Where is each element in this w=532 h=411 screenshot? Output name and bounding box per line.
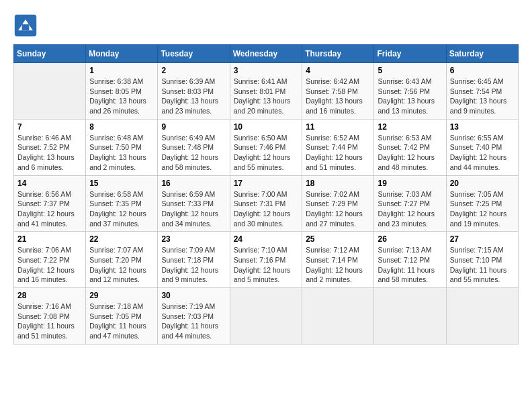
day-number: 13 — [450, 122, 515, 132]
day-number: 16 — [161, 179, 226, 188]
day-info: Sunrise: 6:46 AM Sunset: 7:52 PM Dayligh… — [17, 133, 82, 173]
day-info: Sunrise: 6:52 AM Sunset: 7:44 PM Dayligh… — [306, 133, 370, 173]
day-header-tuesday: Tuesday — [158, 45, 230, 63]
day-info: Sunrise: 6:48 AM Sunset: 7:50 PM Dayligh… — [89, 133, 154, 173]
day-info: Sunrise: 7:16 AM Sunset: 7:08 PM Dayligh… — [17, 302, 82, 341]
day-header-friday: Friday — [374, 45, 446, 63]
day-info: Sunrise: 6:50 AM Sunset: 7:46 PM Dayligh… — [234, 133, 299, 173]
day-info: Sunrise: 6:56 AM Sunset: 7:37 PM Dayligh… — [17, 189, 82, 229]
week-row-1: 1Sunrise: 6:38 AM Sunset: 8:05 PM Daylig… — [14, 63, 519, 120]
calendar-cell — [14, 63, 86, 120]
day-info: Sunrise: 7:13 AM Sunset: 7:12 PM Dayligh… — [378, 245, 442, 285]
day-info: Sunrise: 6:53 AM Sunset: 7:42 PM Dayligh… — [378, 133, 442, 173]
calendar-cell: 16Sunrise: 6:59 AM Sunset: 7:33 PM Dayli… — [158, 175, 230, 232]
day-info: Sunrise: 6:45 AM Sunset: 7:54 PM Dayligh… — [450, 77, 515, 116]
day-info: Sunrise: 7:00 AM Sunset: 7:31 PM Dayligh… — [234, 189, 299, 229]
day-header-saturday: Saturday — [446, 45, 518, 63]
calendar-cell: 23Sunrise: 7:09 AM Sunset: 7:18 PM Dayli… — [158, 232, 230, 288]
day-number: 8 — [89, 122, 154, 132]
calendar-cell: 2Sunrise: 6:39 AM Sunset: 8:03 PM Daylig… — [158, 63, 230, 120]
calendar-cell: 29Sunrise: 7:18 AM Sunset: 7:05 PM Dayli… — [86, 288, 158, 345]
week-row-4: 21Sunrise: 7:06 AM Sunset: 7:22 PM Dayli… — [14, 232, 519, 288]
calendar-cell: 22Sunrise: 7:07 AM Sunset: 7:20 PM Dayli… — [86, 232, 158, 288]
day-info: Sunrise: 6:42 AM Sunset: 7:58 PM Dayligh… — [306, 77, 370, 116]
day-number: 27 — [450, 234, 515, 244]
calendar-cell: 21Sunrise: 7:06 AM Sunset: 7:22 PM Dayli… — [14, 232, 86, 288]
day-info: Sunrise: 6:59 AM Sunset: 7:33 PM Dayligh… — [161, 189, 226, 229]
calendar-cell: 18Sunrise: 7:02 AM Sunset: 7:29 PM Dayli… — [302, 175, 374, 232]
calendar-cell: 1Sunrise: 6:38 AM Sunset: 8:05 PM Daylig… — [86, 63, 158, 120]
day-number: 29 — [89, 291, 154, 300]
day-info: Sunrise: 7:10 AM Sunset: 7:16 PM Dayligh… — [234, 245, 299, 285]
day-number: 9 — [161, 122, 226, 132]
day-number: 12 — [378, 122, 442, 132]
day-info: Sunrise: 7:19 AM Sunset: 7:03 PM Dayligh… — [161, 302, 226, 341]
day-number: 7 — [17, 122, 82, 132]
day-header-thursday: Thursday — [302, 45, 374, 63]
day-number: 21 — [17, 234, 82, 244]
day-number: 30 — [161, 291, 226, 300]
day-info: Sunrise: 6:43 AM Sunset: 7:56 PM Dayligh… — [378, 77, 442, 116]
day-number: 20 — [450, 179, 515, 188]
calendar-cell: 12Sunrise: 6:53 AM Sunset: 7:42 PM Dayli… — [374, 119, 446, 175]
calendar-cell: 8Sunrise: 6:48 AM Sunset: 7:50 PM Daylig… — [86, 119, 158, 175]
day-number: 10 — [234, 122, 299, 132]
calendar-cell: 11Sunrise: 6:52 AM Sunset: 7:44 PM Dayli… — [302, 119, 374, 175]
calendar-cell: 27Sunrise: 7:15 AM Sunset: 7:10 PM Dayli… — [446, 232, 518, 288]
calendar-header-row: SundayMondayTuesdayWednesdayThursdayFrid… — [14, 45, 519, 63]
day-number: 15 — [89, 179, 154, 188]
day-number: 28 — [17, 291, 82, 300]
day-info: Sunrise: 7:03 AM Sunset: 7:27 PM Dayligh… — [378, 189, 442, 229]
day-info: Sunrise: 7:06 AM Sunset: 7:22 PM Dayligh… — [17, 245, 82, 285]
day-info: Sunrise: 7:09 AM Sunset: 7:18 PM Dayligh… — [161, 245, 226, 285]
calendar-cell: 17Sunrise: 7:00 AM Sunset: 7:31 PM Dayli… — [230, 175, 302, 232]
day-number: 18 — [306, 179, 370, 188]
calendar-cell: 14Sunrise: 6:56 AM Sunset: 7:37 PM Dayli… — [14, 175, 86, 232]
day-header-wednesday: Wednesday — [230, 45, 302, 63]
day-number: 19 — [378, 179, 442, 188]
page-header — [13, 13, 519, 38]
calendar-cell: 24Sunrise: 7:10 AM Sunset: 7:16 PM Dayli… — [230, 232, 302, 288]
calendar-cell: 7Sunrise: 6:46 AM Sunset: 7:52 PM Daylig… — [14, 119, 86, 175]
logo-icon — [13, 13, 38, 38]
day-number: 22 — [89, 234, 154, 244]
week-row-3: 14Sunrise: 6:56 AM Sunset: 7:37 PM Dayli… — [14, 175, 519, 232]
calendar-cell: 20Sunrise: 7:05 AM Sunset: 7:25 PM Dayli… — [446, 175, 518, 232]
calendar-cell: 3Sunrise: 6:41 AM Sunset: 8:01 PM Daylig… — [230, 63, 302, 120]
day-info: Sunrise: 6:49 AM Sunset: 7:48 PM Dayligh… — [161, 133, 226, 173]
day-number: 11 — [306, 122, 370, 132]
calendar-cell: 26Sunrise: 7:13 AM Sunset: 7:12 PM Dayli… — [374, 232, 446, 288]
calendar-cell: 10Sunrise: 6:50 AM Sunset: 7:46 PM Dayli… — [230, 119, 302, 175]
day-number: 6 — [450, 66, 515, 75]
calendar-cell: 30Sunrise: 7:19 AM Sunset: 7:03 PM Dayli… — [158, 288, 230, 345]
day-info: Sunrise: 6:58 AM Sunset: 7:35 PM Dayligh… — [89, 189, 154, 229]
day-header-monday: Monday — [86, 45, 158, 63]
week-row-2: 7Sunrise: 6:46 AM Sunset: 7:52 PM Daylig… — [14, 119, 519, 175]
day-info: Sunrise: 6:41 AM Sunset: 8:01 PM Dayligh… — [234, 77, 299, 116]
calendar-cell: 13Sunrise: 6:55 AM Sunset: 7:40 PM Dayli… — [446, 119, 518, 175]
day-number: 24 — [234, 234, 299, 244]
day-number: 14 — [17, 179, 82, 188]
day-number: 26 — [378, 234, 442, 244]
week-row-5: 28Sunrise: 7:16 AM Sunset: 7:08 PM Dayli… — [14, 288, 519, 345]
calendar-cell: 6Sunrise: 6:45 AM Sunset: 7:54 PM Daylig… — [446, 63, 518, 120]
day-number: 25 — [306, 234, 370, 244]
day-info: Sunrise: 7:02 AM Sunset: 7:29 PM Dayligh… — [306, 189, 370, 229]
day-info: Sunrise: 7:18 AM Sunset: 7:05 PM Dayligh… — [89, 302, 154, 341]
calendar-cell: 4Sunrise: 6:42 AM Sunset: 7:58 PM Daylig… — [302, 63, 374, 120]
day-number: 3 — [234, 66, 299, 75]
calendar-cell — [302, 288, 374, 345]
day-number: 23 — [161, 234, 226, 244]
day-info: Sunrise: 7:12 AM Sunset: 7:14 PM Dayligh… — [306, 245, 370, 285]
calendar-cell: 5Sunrise: 6:43 AM Sunset: 7:56 PM Daylig… — [374, 63, 446, 120]
day-info: Sunrise: 7:05 AM Sunset: 7:25 PM Dayligh… — [450, 189, 515, 229]
day-number: 2 — [161, 66, 226, 75]
calendar-cell — [374, 288, 446, 345]
calendar-table: SundayMondayTuesdayWednesdayThursdayFrid… — [13, 44, 519, 345]
day-number: 4 — [306, 66, 370, 75]
day-info: Sunrise: 7:15 AM Sunset: 7:10 PM Dayligh… — [450, 245, 515, 285]
day-header-sunday: Sunday — [14, 45, 86, 63]
day-info: Sunrise: 7:07 AM Sunset: 7:20 PM Dayligh… — [89, 245, 154, 285]
day-info: Sunrise: 6:38 AM Sunset: 8:05 PM Dayligh… — [89, 77, 154, 116]
calendar-cell: 9Sunrise: 6:49 AM Sunset: 7:48 PM Daylig… — [158, 119, 230, 175]
